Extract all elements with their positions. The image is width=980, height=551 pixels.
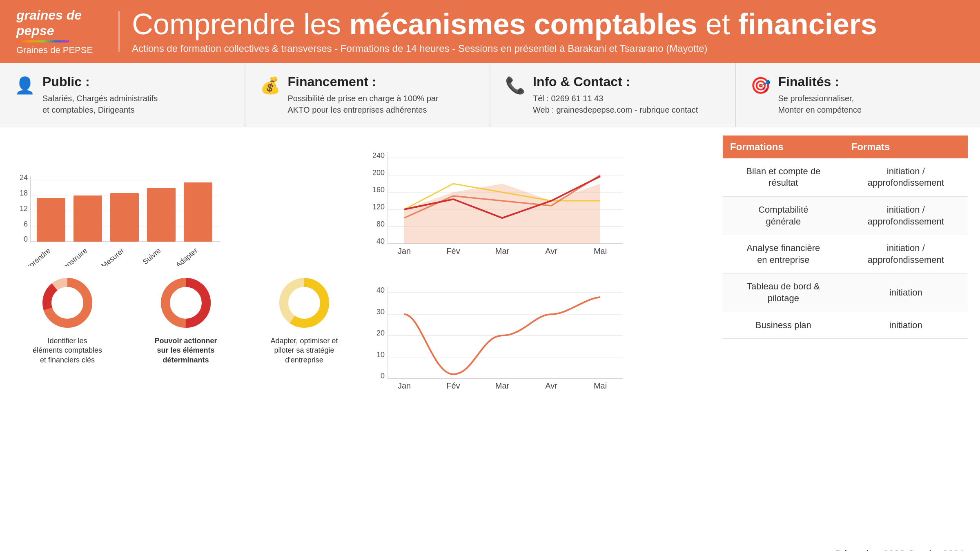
main-title: Comprendre les mécanismes comptables et … bbox=[132, 8, 964, 40]
info-block-contact: 📞 Info & Contact : Tél : 0269 61 11 43We… bbox=[490, 63, 736, 127]
public-icon: 👤 bbox=[15, 76, 35, 95]
format-3: initiation /approfondissement bbox=[844, 235, 968, 273]
svg-rect-11 bbox=[37, 198, 65, 242]
donut-item-2: Pouvoir actionnersur les élémentsdétermi… bbox=[131, 274, 241, 365]
svg-text:Fév: Fév bbox=[446, 247, 460, 256]
svg-text:6: 6 bbox=[24, 220, 28, 228]
svg-text:Mai: Mai bbox=[594, 247, 607, 256]
donut-1-label: Identifier leséléments comptableset fina… bbox=[33, 336, 102, 365]
main-content: 0 6 12 18 24 bbox=[0, 127, 980, 551]
donut-2-label: Pouvoir actionnersur les élémentsdétermi… bbox=[154, 336, 217, 365]
svg-text:18: 18 bbox=[20, 189, 28, 197]
svg-text:120: 120 bbox=[372, 203, 385, 211]
finalites-text: Se professionnaliser,Monter en compétenc… bbox=[778, 93, 862, 116]
formation-5: Business plan bbox=[723, 312, 844, 339]
format-2: initiation /approfondissement bbox=[844, 196, 968, 235]
finalites-icon: 🎯 bbox=[751, 76, 771, 95]
financement-icon: 💰 bbox=[260, 76, 281, 95]
donut-row: Identifier leséléments comptableset fina… bbox=[12, 270, 359, 369]
col-formations-header: Formations bbox=[723, 136, 844, 158]
contact-icon: 📞 bbox=[505, 76, 526, 95]
formation-3: Analyse financièreen entreprise bbox=[723, 235, 844, 273]
svg-text:Adapter: Adapter bbox=[174, 247, 199, 266]
svg-text:200: 200 bbox=[372, 169, 385, 177]
svg-text:40: 40 bbox=[376, 286, 385, 294]
logo-area: graines de pepse Graines de PEPSE bbox=[16, 7, 106, 56]
svg-text:Mesurer: Mesurer bbox=[100, 247, 125, 266]
donut-3-svg bbox=[276, 274, 333, 331]
table-row: Tableau de bord &pilotage initiation bbox=[723, 273, 968, 312]
info-block-finalites: 🎯 Finalités : Se professionnaliser,Monte… bbox=[736, 63, 980, 127]
left-panel: 0 6 12 18 24 bbox=[12, 136, 359, 551]
format-5: initiation bbox=[844, 312, 968, 339]
svg-text:Mar: Mar bbox=[495, 381, 510, 390]
formation-1: Bilan et compte derésultat bbox=[723, 158, 844, 197]
donut-2-svg bbox=[157, 274, 214, 331]
svg-rect-13 bbox=[110, 193, 139, 242]
donut-item-3: Adapter, optimiser etpiloter sa stratégi… bbox=[249, 274, 359, 365]
table-row: Comptabilitégénérale initiation /approfo… bbox=[723, 196, 968, 235]
svg-text:Avr: Avr bbox=[545, 247, 557, 256]
public-title: Public : bbox=[42, 74, 158, 89]
info-bar: 👤 Public : Salariés, Chargés administrat… bbox=[0, 63, 980, 127]
svg-rect-12 bbox=[74, 196, 102, 242]
logo-bar bbox=[16, 40, 69, 42]
donut-item-1: Identifier leséléments comptableset fina… bbox=[12, 274, 122, 365]
svg-text:10: 10 bbox=[376, 351, 385, 359]
header-divider bbox=[118, 11, 120, 52]
svg-text:30: 30 bbox=[376, 308, 385, 316]
svg-text:Suivre: Suivre bbox=[141, 247, 163, 266]
subtitle: Actions de formation collectives & trans… bbox=[132, 43, 964, 54]
bar-chart-svg: 0 6 12 18 24 bbox=[12, 140, 225, 266]
table-row: Analyse financièreen entreprise initiati… bbox=[723, 235, 968, 273]
svg-text:160: 160 bbox=[372, 186, 385, 194]
right-panel: Formations Formats Bilan et compte derés… bbox=[723, 136, 968, 551]
line-chart-top-svg: 40 80 120 160 200 240 bbox=[368, 136, 629, 262]
logo-company: Graines de PEPSE bbox=[16, 45, 93, 56]
line-chart-bottom-svg: 0 10 20 30 40 Jan Fév Mar bbox=[368, 270, 629, 397]
svg-text:20: 20 bbox=[376, 329, 385, 337]
finalites-title: Finalités : bbox=[778, 74, 862, 89]
svg-text:240: 240 bbox=[372, 151, 385, 160]
center-panel: 40 80 120 160 200 240 bbox=[368, 136, 715, 551]
svg-text:Construire: Construire bbox=[58, 247, 89, 266]
svg-rect-14 bbox=[147, 188, 176, 242]
public-text: Salariés, Chargés administratifset compt… bbox=[42, 93, 158, 116]
svg-text:0: 0 bbox=[24, 235, 28, 243]
contact-text: Tél : 0269 61 11 43Web : grainesdepepse.… bbox=[533, 93, 698, 116]
svg-text:Avr: Avr bbox=[545, 381, 557, 390]
donut-3-label: Adapter, optimiser etpiloter sa stratégi… bbox=[270, 336, 338, 365]
contact-title: Info & Contact : bbox=[533, 74, 698, 89]
format-1: initiation /approfondissement bbox=[844, 158, 968, 197]
table-row: Business plan initiation bbox=[723, 312, 968, 339]
table-row: Bilan et compte derésultat initiation /a… bbox=[723, 158, 968, 197]
svg-text:Comprendre: Comprendre bbox=[16, 247, 52, 266]
svg-text:Fév: Fév bbox=[446, 381, 460, 390]
svg-text:24: 24 bbox=[20, 173, 28, 182]
svg-rect-15 bbox=[184, 182, 212, 242]
svg-text:80: 80 bbox=[376, 220, 385, 228]
header: graines de pepse Graines de PEPSE Compre… bbox=[0, 0, 980, 63]
svg-text:Mai: Mai bbox=[594, 381, 607, 390]
formation-2: Comptabilitégénérale bbox=[723, 196, 844, 235]
financement-text: Possibilité de prise en charge à 100% pa… bbox=[288, 93, 439, 116]
info-block-financement: 💰 Financement : Possibilité de prise en … bbox=[245, 63, 491, 127]
formations-table: Formations Formats Bilan et compte derés… bbox=[723, 136, 968, 339]
svg-text:Jan: Jan bbox=[398, 381, 411, 390]
line-chart-top: 40 80 120 160 200 240 bbox=[368, 136, 715, 262]
svg-text:40: 40 bbox=[376, 237, 385, 245]
col-formats-header: Formats bbox=[844, 136, 968, 158]
bar-chart: 0 6 12 18 24 bbox=[12, 136, 359, 262]
donut-1-svg bbox=[39, 274, 96, 331]
financement-title: Financement : bbox=[288, 74, 439, 89]
formation-4: Tableau de bord &pilotage bbox=[723, 273, 844, 312]
svg-text:Jan: Jan bbox=[398, 247, 411, 256]
format-4: initiation bbox=[844, 273, 968, 312]
info-block-public: 👤 Public : Salariés, Chargés administrat… bbox=[0, 63, 245, 127]
line-chart-bottom: 0 10 20 30 40 Jan Fév Mar bbox=[368, 270, 715, 397]
logo-text: graines de pepse bbox=[16, 7, 82, 39]
header-title-area: Comprendre les mécanismes comptables et … bbox=[132, 8, 964, 54]
svg-text:12: 12 bbox=[20, 204, 28, 213]
footer-date: Décembre 2023-Janvier 2024 bbox=[723, 544, 968, 551]
svg-text:0: 0 bbox=[381, 372, 385, 380]
